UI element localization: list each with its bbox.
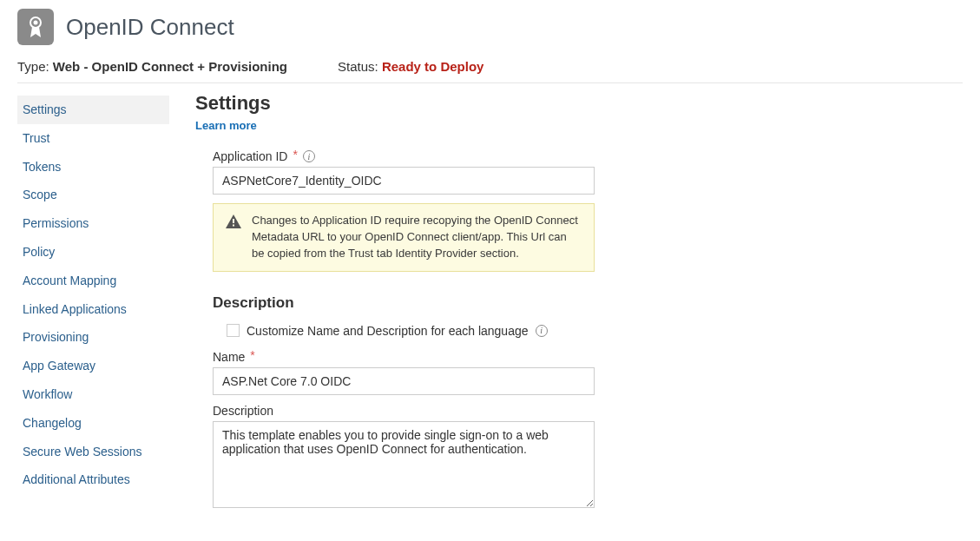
type-label: Type: — [17, 59, 49, 74]
customize-checkbox[interactable] — [227, 324, 240, 337]
meta-row: Type: Web - OpenID Connect + Provisionin… — [17, 59, 963, 74]
description-label: Description — [213, 404, 273, 418]
status-label: Status: — [338, 59, 378, 74]
info-icon[interactable]: i — [303, 150, 315, 162]
app-id-label: Application ID — [213, 149, 287, 163]
sidebar-item-secure-web-sessions[interactable]: Secure Web Sessions — [17, 438, 169, 466]
name-input[interactable] — [213, 367, 595, 395]
sidebar-item-workflow[interactable]: Workflow — [17, 380, 169, 409]
warning-icon — [226, 214, 241, 262]
sidebar-item-settings[interactable]: Settings — [17, 96, 169, 124]
status-value: Ready to Deploy — [382, 59, 484, 74]
warning-box: Changes to Application ID require recopy… — [213, 203, 595, 272]
warning-text: Changes to Application ID require recopy… — [252, 213, 582, 262]
sidebar: Settings Trust Tokens Scope Permissions … — [17, 83, 169, 519]
sidebar-item-tokens[interactable]: Tokens — [17, 153, 169, 181]
sidebar-item-app-gateway[interactable]: App Gateway — [17, 352, 169, 380]
sidebar-item-changelog[interactable]: Changelog — [17, 409, 169, 438]
page-header: OpenID Connect — [17, 9, 963, 45]
required-star-icon: * — [293, 148, 297, 162]
info-icon[interactable]: i — [536, 325, 548, 337]
required-star-icon: * — [250, 348, 254, 362]
page-title: OpenID Connect — [66, 14, 234, 41]
app-ribbon-icon — [17, 9, 54, 45]
sidebar-item-additional-attributes[interactable]: Additional Attributes — [17, 465, 169, 494]
customize-label: Customize Name and Description for each … — [247, 324, 529, 338]
sidebar-item-trust[interactable]: Trust — [17, 124, 169, 153]
sidebar-item-provisioning[interactable]: Provisioning — [17, 323, 169, 352]
sidebar-item-permissions[interactable]: Permissions — [17, 209, 169, 238]
learn-more-link[interactable]: Learn more — [195, 119, 257, 132]
sidebar-item-account-mapping[interactable]: Account Mapping — [17, 267, 169, 295]
section-heading-settings: Settings — [195, 92, 777, 115]
svg-point-1 — [34, 21, 38, 25]
svg-rect-3 — [233, 225, 234, 227]
sidebar-item-linked-applications[interactable]: Linked Applications — [17, 295, 169, 324]
description-textarea[interactable] — [213, 421, 595, 508]
app-id-input[interactable] — [213, 167, 595, 195]
sidebar-item-policy[interactable]: Policy — [17, 238, 169, 267]
type-value: Web - OpenID Connect + Provisioning — [53, 59, 287, 74]
name-label: Name — [213, 350, 245, 364]
sidebar-item-scope[interactable]: Scope — [17, 181, 169, 209]
form-group-name: Name * — [213, 350, 777, 395]
content-area: Settings Learn more Application ID * i C… — [169, 83, 777, 519]
svg-rect-2 — [233, 219, 234, 223]
form-group-description: Description — [213, 404, 777, 511]
form-group-app-id: Application ID * i — [213, 149, 777, 195]
description-heading: Description — [213, 294, 777, 312]
